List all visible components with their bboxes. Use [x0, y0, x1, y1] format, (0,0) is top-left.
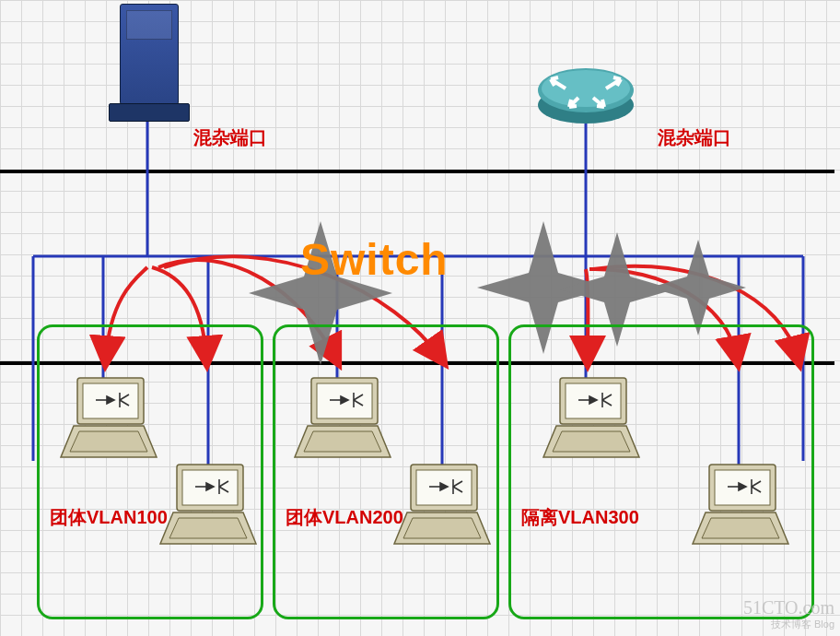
switch-label: Switch: [300, 234, 449, 285]
star-icon: [650, 240, 746, 336]
laptop-icon: [287, 374, 398, 462]
laptop-icon: [53, 374, 164, 462]
label-promiscuous-right: 混杂端口: [658, 125, 731, 150]
svg-marker-68: [702, 518, 779, 538]
server-icon: [120, 4, 179, 105]
watermark-line1: 51CTO.com: [743, 596, 834, 618]
label-vlan100: 团体VLAN100: [50, 505, 168, 530]
label-vlan300: 隔离VLAN300: [521, 505, 639, 530]
laptop-icon: [685, 461, 796, 548]
server-base: [109, 103, 190, 122]
label-vlan200: 团体VLAN200: [286, 505, 403, 530]
diagram-canvas: Switch 混杂端口 混杂端口 团体VLAN100 团体VLAN200 隔离V…: [0, 0, 840, 636]
label-promiscuous-left: 混杂端口: [193, 125, 267, 150]
watermark-line2: 技术博客 Blog: [743, 618, 834, 630]
watermark: 51CTO.com 技术博客 Blog: [743, 596, 834, 630]
laptop-icon: [153, 461, 263, 548]
svg-point-13: [542, 70, 630, 107]
svg-marker-41: [304, 431, 381, 452]
svg-marker-32: [169, 518, 247, 538]
router-icon: [532, 52, 643, 135]
svg-marker-59: [553, 431, 630, 452]
svg-marker-50: [403, 518, 481, 538]
laptop-icon: [536, 374, 647, 462]
laptop-icon: [387, 461, 497, 548]
svg-marker-23: [70, 431, 147, 452]
